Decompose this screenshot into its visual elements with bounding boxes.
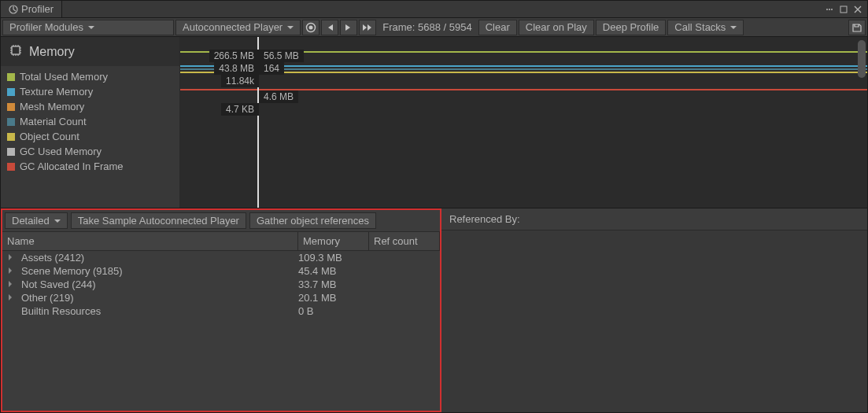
titlebar: Profiler (1, 1, 867, 18)
clear-button[interactable]: Clear (478, 20, 517, 35)
module-sidebar: Memory Total Used MemoryTexture MemoryMe… (1, 37, 180, 208)
svg-point-1 (826, 9, 828, 10)
legend-item[interactable]: Total Used Memory (7, 69, 173, 84)
row-name: Builtin Resources (21, 305, 101, 317)
column-refcount[interactable]: Ref count (369, 232, 440, 250)
legend-label: Object Count (20, 131, 79, 142)
target-dropdown[interactable]: Autoconnected Player (175, 20, 301, 35)
table-row[interactable]: Builtin Resources0 B (2, 304, 440, 318)
foldout-icon[interactable] (9, 294, 17, 302)
take-sample-button[interactable]: Take Sample Autoconnected Player (71, 212, 246, 229)
clear-on-play-button[interactable]: Clear on Play (519, 20, 594, 35)
legend-label: Mesh Memory (20, 101, 84, 112)
memory-chart[interactable]: 266.5 MB43.8 MB11.84k4.7 KB 56.5 MB1644.… (180, 37, 867, 208)
table-row[interactable]: Assets (2412)109.3 MB (2, 251, 440, 264)
maximize-icon[interactable] (839, 5, 848, 14)
legend-label: Texture Memory (20, 86, 93, 98)
column-name[interactable]: Name (2, 232, 298, 250)
chart-value-label: 56.5 MB (259, 50, 304, 62)
call-stacks-dropdown[interactable]: Call Stacks (667, 20, 744, 35)
chart-value-label: 164 (259, 62, 284, 75)
foldout-icon[interactable] (9, 254, 17, 262)
foldout-icon (9, 308, 17, 315)
legend-swatch (7, 103, 15, 111)
record-button[interactable] (302, 20, 319, 35)
row-name: Other (219) (21, 292, 73, 304)
svg-rect-7 (12, 46, 20, 54)
row-memory: 0 B (298, 305, 369, 317)
profiler-modules-dropdown[interactable]: Profiler Modules (2, 20, 174, 35)
table-row[interactable]: Other (219)20.1 MB (2, 291, 440, 304)
detail-mode-dropdown[interactable]: Detailed (5, 212, 68, 229)
menu-icon[interactable] (825, 5, 834, 14)
legend-swatch (7, 88, 15, 96)
legend-swatch (7, 118, 15, 126)
legend-item[interactable]: GC Allocated In Frame (7, 159, 173, 174)
row-name: Not Saved (244) (21, 278, 96, 290)
save-button[interactable] (848, 20, 866, 35)
close-icon[interactable] (853, 5, 862, 14)
legend-swatch (7, 163, 15, 171)
row-name: Assets (2412) (21, 252, 84, 264)
module-title: Memory (29, 45, 75, 59)
frame-label: Frame: 5688 / 5954 (378, 20, 476, 35)
table-header: Name Memory Ref count (2, 231, 440, 251)
legend-item[interactable]: Material Count (7, 114, 173, 129)
chart-value-label: 4.6 MB (259, 90, 298, 103)
legend-label: GC Used Memory (20, 146, 102, 157)
row-memory: 20.1 MB (298, 292, 369, 304)
profiler-tab[interactable]: Profiler (1, 1, 62, 17)
row-memory: 109.3 MB (298, 252, 369, 264)
foldout-icon[interactable] (9, 281, 17, 289)
legend-swatch (7, 73, 15, 81)
table-body: Assets (2412)109.3 MBScene Memory (9185)… (2, 251, 440, 411)
tab-title: Profiler (21, 3, 54, 15)
chart-value-label: 43.8 MB (214, 62, 259, 75)
chart-value-label: 266.5 MB (209, 50, 259, 62)
legend-swatch (7, 148, 15, 156)
module-header[interactable]: Memory (1, 37, 179, 66)
legend-label: Material Count (20, 116, 87, 127)
profiler-icon (9, 5, 18, 14)
detail-panel: Detailed Take Sample Autoconnected Playe… (1, 208, 441, 412)
legend-swatch (7, 133, 15, 141)
row-memory: 45.4 MB (298, 265, 369, 277)
legend-item[interactable]: Mesh Memory (7, 99, 173, 114)
legend-label: GC Allocated In Frame (20, 160, 124, 172)
legend-item[interactable]: GC Used Memory (7, 144, 173, 159)
frame-current-button[interactable] (359, 20, 376, 35)
toolbar: Profiler Modules Autoconnected Player Fr… (1, 18, 867, 37)
table-row[interactable]: Scene Memory (9185)45.4 MB (2, 264, 440, 278)
chart-value-label: 11.84k (221, 75, 259, 87)
svg-rect-4 (840, 6, 847, 13)
row-memory: 33.7 MB (298, 278, 369, 290)
frame-back-button[interactable] (321, 20, 338, 35)
column-memory[interactable]: Memory (298, 232, 369, 250)
foldout-icon[interactable] (9, 267, 17, 275)
chart-value-label: 4.7 KB (221, 103, 259, 116)
legend-item[interactable]: Texture Memory (7, 84, 173, 99)
gather-references-button[interactable]: Gather object references (249, 212, 376, 229)
table-row[interactable]: Not Saved (244)33.7 MB (2, 278, 440, 291)
svg-point-2 (829, 9, 830, 10)
memory-chip-icon (9, 43, 23, 60)
legend-label: Total Used Memory (20, 71, 108, 83)
referenced-by-title: Referenced By: (441, 208, 867, 230)
referenced-by-panel: Referenced By: (441, 208, 867, 412)
legend-item[interactable]: Object Count (7, 129, 173, 144)
row-name: Scene Memory (9185) (21, 265, 123, 277)
svg-point-6 (309, 25, 313, 29)
deep-profile-button[interactable]: Deep Profile (596, 20, 667, 35)
chart-scrollbar[interactable] (858, 40, 866, 78)
legend: Total Used MemoryTexture MemoryMesh Memo… (1, 66, 179, 177)
frame-forward-button[interactable] (340, 20, 357, 35)
svg-point-3 (831, 9, 833, 10)
